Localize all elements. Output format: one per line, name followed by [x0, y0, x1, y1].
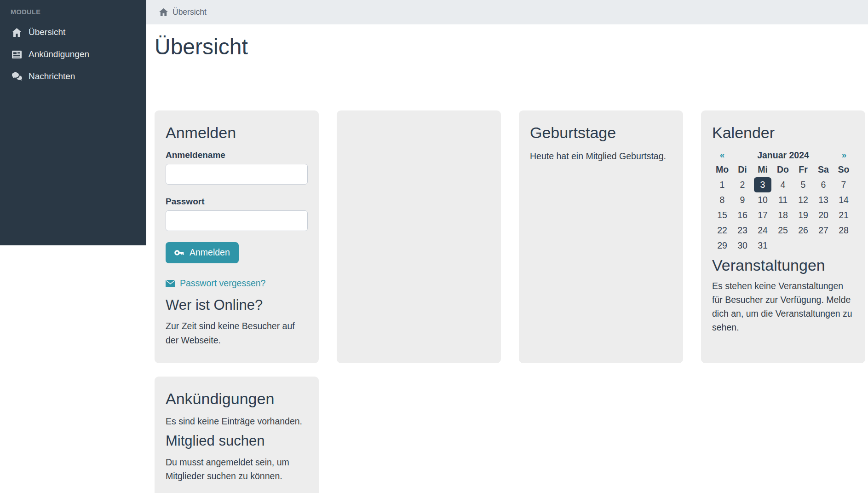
- announcements-text: Es sind keine Einträge vorhanden.: [166, 414, 308, 428]
- calendar-day[interactable]: 8: [712, 192, 732, 208]
- sidebar: MODULE Übersicht Ankündigungen Nachricht…: [0, 0, 146, 245]
- calendar-day-header: Fr: [793, 162, 813, 177]
- login-title: Anmelden: [166, 122, 308, 143]
- home-icon[interactable]: [159, 8, 168, 16]
- calendar-day[interactable]: 11: [773, 192, 793, 208]
- sidebar-item-label: Ankündigungen: [29, 49, 89, 59]
- calendar-day-header: So: [834, 162, 854, 177]
- calendar-day-header: Mi: [753, 162, 773, 177]
- calendar-day[interactable]: 6: [813, 177, 834, 192]
- username-field[interactable]: [166, 164, 308, 185]
- calendar-day[interactable]: 4: [773, 177, 793, 192]
- calendar-day[interactable]: 16: [732, 208, 753, 223]
- password-label: Passwort: [166, 197, 308, 207]
- calendar-widget: « Januar 2024 » MoDiMiDoFrSaSo 123456789…: [712, 148, 854, 253]
- whos-online-text: Zur Zeit sind keine Besucher auf der Web…: [166, 319, 308, 347]
- page-title: Übersicht: [155, 33, 248, 61]
- calendar-day-empty: [773, 238, 793, 253]
- calendar-day-empty: [793, 238, 813, 253]
- calendar-day[interactable]: 14: [834, 192, 854, 208]
- calendar-day-header: Mo: [712, 162, 732, 177]
- breadcrumb: Übersicht: [146, 0, 868, 24]
- calendar-day[interactable]: 30: [732, 238, 753, 253]
- newspaper-icon: [12, 50, 22, 59]
- announcements-card: Ankündigungen Es sind keine Einträge vor…: [155, 377, 319, 493]
- calendar-day[interactable]: 31: [753, 238, 773, 253]
- calendar-day[interactable]: 10: [753, 192, 773, 208]
- sidebar-item-uebersicht[interactable]: Übersicht: [0, 21, 146, 43]
- calendar-day[interactable]: 28: [834, 223, 854, 238]
- sidebar-item-label: Nachrichten: [29, 71, 75, 81]
- calendar-day[interactable]: 18: [773, 208, 793, 223]
- birthdays-title: Geburtstage: [530, 122, 672, 143]
- login-button-label: Anmelden: [190, 247, 230, 258]
- whos-online-title: Wer ist Online?: [166, 296, 308, 314]
- login-card: Anmelden Anmeldename Passwort Anmelden P…: [155, 110, 319, 363]
- password-field[interactable]: [166, 210, 308, 231]
- calendar-day[interactable]: 5: [793, 177, 813, 192]
- calendar-day[interactable]: 13: [813, 192, 834, 208]
- calendar-day-header: Sa: [813, 162, 834, 177]
- calendar-day[interactable]: 2: [732, 177, 753, 192]
- announcements-title: Ankündigungen: [166, 389, 308, 409]
- calendar-day[interactable]: 12: [793, 192, 813, 208]
- username-label: Anmeldename: [166, 150, 308, 160]
- calendar-day[interactable]: 21: [834, 208, 854, 223]
- home-icon: [12, 28, 22, 37]
- member-search-text: Du musst angemeldet sein, um Mitglieder …: [166, 455, 308, 483]
- calendar-day-selected[interactable]: 3: [753, 177, 773, 192]
- events-title: Veranstaltungen: [712, 255, 854, 275]
- calendar-card: Kalender « Januar 2024 » MoDiMiDoFrSaSo …: [701, 110, 865, 363]
- calendar-day-empty: [834, 238, 854, 253]
- calendar-day[interactable]: 26: [793, 223, 813, 238]
- calendar-nav: « Januar 2024 »: [712, 148, 854, 162]
- breadcrumb-label[interactable]: Übersicht: [172, 7, 207, 17]
- calendar-day-headers: MoDiMiDoFrSaSo: [712, 162, 854, 177]
- calendar-day[interactable]: 17: [753, 208, 773, 223]
- calendar-day[interactable]: 25: [773, 223, 793, 238]
- calendar-month-label: Januar 2024: [732, 150, 834, 161]
- login-button[interactable]: Anmelden: [166, 242, 239, 263]
- sidebar-item-ankuendigungen[interactable]: Ankündigungen: [0, 43, 146, 65]
- calendar-day[interactable]: 15: [712, 208, 732, 223]
- forgot-password-label: Passwort vergessen?: [180, 278, 265, 289]
- calendar-day[interactable]: 22: [712, 223, 732, 238]
- birthdays-card: Geburtstage Heute hat ein Mitglied Gebur…: [519, 110, 683, 363]
- calendar-grid: 1234567891011121314151617181920212223242…: [712, 177, 854, 253]
- calendar-day[interactable]: 24: [753, 223, 773, 238]
- calendar-day[interactable]: 9: [732, 192, 753, 208]
- sidebar-item-nachrichten[interactable]: Nachrichten: [0, 65, 146, 87]
- calendar-day[interactable]: 27: [813, 223, 834, 238]
- calendar-day[interactable]: 1: [712, 177, 732, 192]
- calendar-day[interactable]: 20: [813, 208, 834, 223]
- events-text: Es stehen keine Veranstaltungen für Besu…: [712, 279, 854, 334]
- calendar-day[interactable]: 7: [834, 177, 854, 192]
- birthdays-text: Heute hat ein Mitglied Geburtstag.: [530, 149, 672, 163]
- comments-icon: [12, 72, 22, 81]
- dashboard-page: MODULE Übersicht Ankündigungen Nachricht…: [0, 0, 868, 493]
- member-search-title: Mitglied suchen: [166, 432, 308, 450]
- forgot-password-link[interactable]: Passwort vergessen?: [166, 278, 308, 289]
- key-icon: [174, 248, 184, 257]
- calendar-title: Kalender: [712, 122, 854, 143]
- sidebar-item-label: Übersicht: [29, 27, 65, 37]
- calendar-day-header: Di: [732, 162, 753, 177]
- empty-widget-card: [337, 110, 501, 363]
- calendar-day[interactable]: 19: [793, 208, 813, 223]
- calendar-day-empty: [813, 238, 834, 253]
- envelope-icon: [166, 280, 175, 287]
- calendar-next-button[interactable]: »: [834, 150, 854, 160]
- calendar-day[interactable]: 29: [712, 238, 732, 253]
- calendar-day-header: Do: [773, 162, 793, 177]
- calendar-day[interactable]: 23: [732, 223, 753, 238]
- sidebar-section-header: MODULE: [0, 0, 146, 21]
- calendar-prev-button[interactable]: «: [712, 150, 732, 160]
